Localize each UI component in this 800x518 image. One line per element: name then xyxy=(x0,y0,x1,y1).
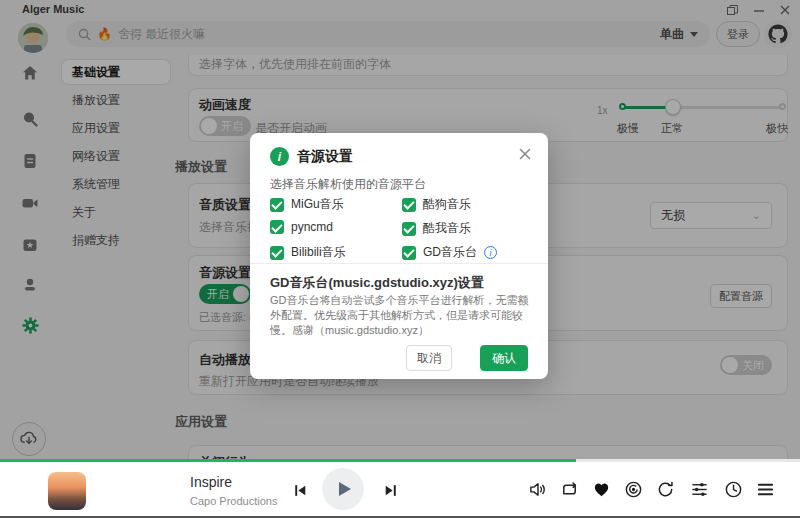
platform-checkbox-pyncmd[interactable]: pyncmd xyxy=(270,220,333,234)
platform-checkbox-gd[interactable]: GD音乐台 i xyxy=(402,244,497,261)
checkbox-checked-icon xyxy=(402,198,416,212)
checkbox-checked-icon xyxy=(270,246,284,260)
song-title: Inspire xyxy=(190,474,232,490)
music-source-button[interactable] xyxy=(624,480,643,499)
refresh-icon xyxy=(656,480,675,499)
equalizer-icon xyxy=(690,480,709,499)
modal-close-icon[interactable] xyxy=(516,145,534,163)
album-art[interactable] xyxy=(48,472,86,510)
confirm-label: 确认 xyxy=(492,350,516,367)
playlist-menu-icon xyxy=(756,480,775,499)
repeat-button[interactable] xyxy=(560,480,579,499)
disc-icon xyxy=(624,480,643,499)
favorite-button[interactable] xyxy=(592,480,611,499)
platform-label: GD音乐台 xyxy=(423,244,477,261)
play-icon xyxy=(339,482,351,496)
platform-label: 酷狗音乐 xyxy=(423,196,471,213)
platform-checkbox-kuwo[interactable]: 酷我音乐 xyxy=(402,220,471,237)
volume-icon xyxy=(528,480,547,499)
previous-track-button[interactable] xyxy=(293,483,308,498)
divider xyxy=(250,263,548,264)
gd-section-desc: GD音乐台将自动尝试多个音乐平台进行解析，无需额外配置。优先级高于其他解析方式，… xyxy=(270,293,532,338)
source-settings-modal: i 音源设置 选择音乐解析使用的音源平台 MiGu音乐 酷狗音乐 pyncmd … xyxy=(250,133,548,379)
info-icon: i xyxy=(270,147,289,166)
app-window: Alger Music 🔥 舍得 最近很火嘛 单曲 登录 xyxy=(0,0,800,518)
gd-section-title: GD音乐台(music.gdstudio.xyz)设置 xyxy=(270,274,484,292)
checkbox-checked-icon xyxy=(270,198,284,212)
refresh-button[interactable] xyxy=(656,480,675,499)
platform-checkbox-bilibili[interactable]: Bilibili音乐 xyxy=(270,244,346,261)
repeat-icon xyxy=(560,480,579,499)
timer-button[interactable] xyxy=(724,480,743,499)
next-icon xyxy=(383,483,398,498)
platform-checkbox-migu[interactable]: MiGu音乐 xyxy=(270,196,344,213)
checkbox-checked-icon xyxy=(402,246,416,260)
checkbox-checked-icon xyxy=(270,220,284,234)
progress-fill xyxy=(0,459,576,462)
modal-subtitle: 选择音乐解析使用的音源平台 xyxy=(270,176,426,193)
heart-icon xyxy=(592,480,611,499)
cancel-label: 取消 xyxy=(417,350,441,367)
checkbox-checked-icon xyxy=(402,222,416,236)
platform-label: MiGu音乐 xyxy=(291,196,344,213)
progress-bar[interactable] xyxy=(0,459,800,462)
song-artist: Capo Productions xyxy=(190,495,277,507)
cancel-button[interactable]: 取消 xyxy=(406,345,452,371)
player-bar: Inspire Capo Productions xyxy=(0,459,800,518)
platform-label: pyncmd xyxy=(291,220,333,234)
platform-checkbox-kugou[interactable]: 酷狗音乐 xyxy=(402,196,471,213)
previous-icon xyxy=(293,483,308,498)
platform-label: 酷我音乐 xyxy=(423,220,471,237)
volume-button[interactable] xyxy=(528,480,547,499)
equalizer-button[interactable] xyxy=(690,480,709,499)
platform-label: Bilibili音乐 xyxy=(291,244,346,261)
play-button[interactable] xyxy=(322,468,364,510)
modal-title: 音源设置 xyxy=(297,148,353,166)
next-track-button[interactable] xyxy=(383,483,398,498)
confirm-button[interactable]: 确认 xyxy=(480,345,528,371)
clock-icon xyxy=(724,480,743,499)
playlist-button[interactable] xyxy=(756,480,775,499)
gd-info-icon[interactable]: i xyxy=(484,246,497,259)
